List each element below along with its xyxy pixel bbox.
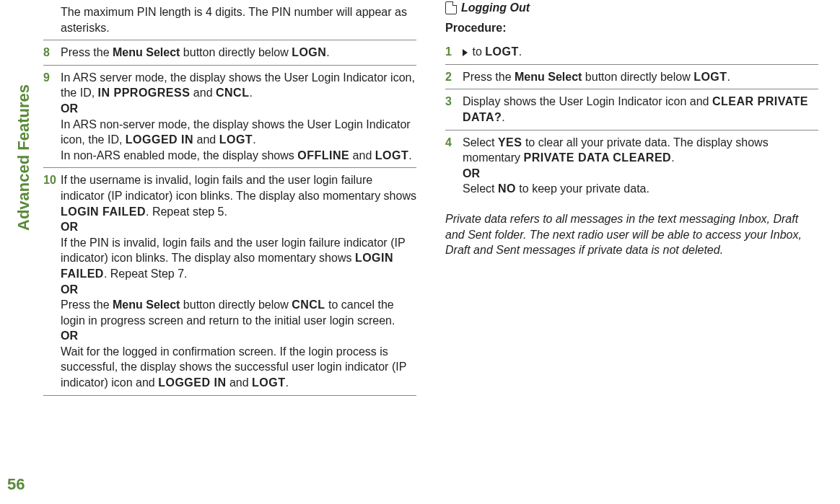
t: If the PIN is invalid, login fails and t… <box>61 236 405 265</box>
t: Display shows the User Login Indicator i… <box>463 95 712 107</box>
step-8-num: 8 <box>43 45 61 61</box>
left-column: The maximum PIN length is 4 digits. The … <box>43 0 416 396</box>
t: and <box>226 376 252 389</box>
yes-code: YES <box>498 136 522 149</box>
r-step-3-num: 3 <box>445 94 463 110</box>
t: and <box>190 87 216 99</box>
offline-code: OFFLINE <box>297 149 349 162</box>
side-label: Advanced Features <box>13 84 35 231</box>
t: . <box>249 87 252 99</box>
cncl-code: CNCL <box>216 87 249 99</box>
step-9: 9 In ARS server mode, the display shows … <box>43 65 416 168</box>
page-body: The maximum PIN length is 4 digits. The … <box>0 0 840 396</box>
logt-code: LOGT <box>375 149 408 162</box>
right-column: Logging Out Procedure: 1 to LOGT. 2 Pres… <box>445 0 818 396</box>
intro-text: The maximum PIN length is 4 digits. The … <box>61 4 416 35</box>
cncl-code: CNCL <box>292 299 325 311</box>
step-9-body: In ARS server mode, the display shows th… <box>61 70 416 164</box>
or-label: OR <box>61 221 78 233</box>
r-step-1-num: 1 <box>445 44 463 60</box>
right-arrow-icon <box>463 49 468 56</box>
page-number: 56 <box>7 474 25 495</box>
t: button directly below <box>180 299 292 311</box>
t: . <box>408 149 411 162</box>
step-8-body: Press the Menu Select button directly be… <box>61 45 416 61</box>
t: Select <box>463 136 498 149</box>
private-cleared-code: PRIVATE DATA CLEARED <box>523 151 671 164</box>
menu-select-label: Menu Select <box>113 299 180 311</box>
t: If the username is invalid, login fails … <box>61 174 416 202</box>
t: . <box>671 151 674 164</box>
r-step-1-body: to LOGT. <box>463 44 818 60</box>
t: to keep your private data. <box>516 182 649 195</box>
inprogress-code: IN PPROGRESS <box>98 87 191 99</box>
t: and <box>349 149 375 162</box>
r-step-1: 1 to LOGT. <box>445 40 818 64</box>
t: Press the <box>61 299 113 311</box>
t: button directly below <box>180 46 292 58</box>
section-heading: Logging Out <box>445 0 818 16</box>
r-step-3-body: Display shows the User Login Indicator i… <box>463 94 818 125</box>
loginfailed-code: LOGIN FAILED <box>61 205 146 218</box>
step-10-body: If the username is invalid, login fails … <box>61 172 416 390</box>
step-9-num: 9 <box>43 70 61 86</box>
note-icon <box>445 1 457 14</box>
t: . <box>502 111 504 123</box>
or-label: OR <box>61 330 78 342</box>
t: to <box>469 45 485 58</box>
or-label: OR <box>61 283 78 296</box>
t: . Repeat step 5. <box>146 205 227 218</box>
logt-code: LOGT <box>485 45 518 58</box>
t: . <box>519 45 522 58</box>
private-data-note: Private data refers to all messages in t… <box>445 211 818 258</box>
loggedin-code: LOGGED IN <box>158 376 226 389</box>
t: . Repeat Step 7. <box>104 268 188 280</box>
t: . <box>326 46 329 58</box>
step-10-num: 10 <box>43 172 61 188</box>
r-step-3: 3 Display shows the User Login Indicator… <box>445 89 818 129</box>
logt-code: LOGT <box>219 133 253 146</box>
r-step-4-num: 4 <box>445 135 463 151</box>
r-step-2-body: Press the Menu Select button directly be… <box>463 69 818 85</box>
r-step-2: 2 Press the Menu Select button directly … <box>445 64 818 89</box>
t: . <box>286 376 289 389</box>
t: Press the <box>463 71 515 83</box>
r-step-4-body: Select YES to clear all your private dat… <box>463 135 818 197</box>
step-10: 10 If the username is invalid, login fai… <box>43 167 416 395</box>
t: Select <box>463 182 498 195</box>
t: In non-ARS enabled mode, the display sho… <box>61 149 297 162</box>
menu-select-label: Menu Select <box>113 46 180 58</box>
step-intro: The maximum PIN length is 4 digits. The … <box>43 0 416 40</box>
logn-code: LOGN <box>292 46 326 58</box>
r-step-4: 4 Select YES to clear all your private d… <box>445 130 818 201</box>
procedure-label: Procedure: <box>445 20 818 36</box>
loggedin-code: LOGGED IN <box>126 133 193 146</box>
logt-code: LOGT <box>252 376 285 389</box>
t: button directly below <box>582 71 694 83</box>
t: and <box>193 133 219 146</box>
no-code: NO <box>498 182 516 195</box>
r-step-2-num: 2 <box>445 69 463 85</box>
t: . <box>727 71 730 83</box>
t: . <box>253 133 255 146</box>
step-8: 8 Press the Menu Select button directly … <box>43 40 416 65</box>
heading-text: Logging Out <box>461 0 530 16</box>
or-label: OR <box>463 167 480 180</box>
t: Press the <box>61 46 113 58</box>
logt-code: LOGT <box>694 71 727 83</box>
menu-select-label: Menu Select <box>515 71 582 83</box>
or-label: OR <box>61 102 78 115</box>
